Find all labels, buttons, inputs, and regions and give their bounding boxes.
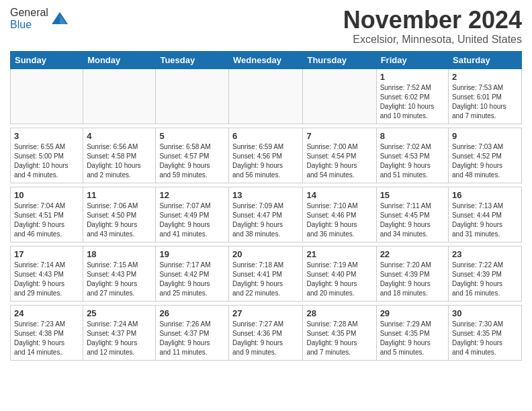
day-info: Sunrise: 6:56 AMSunset: 4:58 PMDaylight:… xyxy=(87,142,152,180)
day-info: Sunrise: 6:55 AMSunset: 5:00 PMDaylight:… xyxy=(14,142,79,180)
calendar-cell xyxy=(229,68,303,124)
calendar-cell: 21Sunrise: 7:19 AMSunset: 4:40 PMDayligh… xyxy=(303,246,376,301)
calendar-cell: 2Sunrise: 7:53 AMSunset: 6:01 PMDaylight… xyxy=(449,68,522,124)
header-friday: Friday xyxy=(376,51,448,68)
svg-marker-1 xyxy=(60,15,66,24)
day-info: Sunrise: 7:11 AMSunset: 4:45 PMDaylight:… xyxy=(380,201,445,239)
day-number: 25 xyxy=(87,308,152,318)
day-number: 26 xyxy=(159,308,225,318)
day-info: Sunrise: 7:10 AMSunset: 4:46 PMDaylight:… xyxy=(306,201,372,239)
header-wednesday: Wednesday xyxy=(229,51,303,68)
day-number: 7 xyxy=(306,131,372,141)
calendar-week-row: 1Sunrise: 7:52 AMSunset: 6:02 PMDaylight… xyxy=(11,68,522,124)
header: General Blue November 2024 Excelsior, Mi… xyxy=(10,7,522,46)
calendar-cell: 4Sunrise: 6:56 AMSunset: 4:58 PMDaylight… xyxy=(83,128,156,183)
calendar-cell: 27Sunrise: 7:27 AMSunset: 4:36 PMDayligh… xyxy=(229,305,303,360)
day-info: Sunrise: 7:53 AMSunset: 6:01 PMDaylight:… xyxy=(452,83,518,121)
calendar-cell xyxy=(83,68,156,124)
calendar-cell: 22Sunrise: 7:20 AMSunset: 4:39 PMDayligh… xyxy=(376,246,448,301)
calendar-week-row: 3Sunrise: 6:55 AMSunset: 5:00 PMDaylight… xyxy=(11,128,522,183)
header-sunday: Sunday xyxy=(11,51,83,68)
logo: General Blue xyxy=(10,7,69,30)
calendar-cell xyxy=(303,68,376,124)
day-info: Sunrise: 7:02 AMSunset: 4:53 PMDaylight:… xyxy=(380,142,445,180)
day-number: 24 xyxy=(14,308,79,318)
calendar-week-row: 24Sunrise: 7:23 AMSunset: 4:38 PMDayligh… xyxy=(11,305,522,360)
calendar-cell: 19Sunrise: 7:17 AMSunset: 4:42 PMDayligh… xyxy=(156,246,229,301)
day-number: 18 xyxy=(87,249,152,259)
day-number: 23 xyxy=(452,249,518,259)
day-number: 28 xyxy=(306,308,372,318)
day-number: 11 xyxy=(87,190,152,200)
day-number: 4 xyxy=(87,131,152,141)
calendar-cell: 25Sunrise: 7:24 AMSunset: 4:37 PMDayligh… xyxy=(83,305,156,360)
day-info: Sunrise: 7:27 AMSunset: 4:36 PMDaylight:… xyxy=(232,320,299,357)
day-info: Sunrise: 7:22 AMSunset: 4:39 PMDaylight:… xyxy=(452,261,518,298)
day-number: 3 xyxy=(14,131,79,141)
calendar-cell: 15Sunrise: 7:11 AMSunset: 4:45 PMDayligh… xyxy=(376,187,448,242)
day-info: Sunrise: 7:26 AMSunset: 4:37 PMDaylight:… xyxy=(159,320,225,357)
calendar-cell xyxy=(156,68,229,124)
calendar-table: Sunday Monday Tuesday Wednesday Thursday… xyxy=(10,51,522,361)
calendar-cell: 13Sunrise: 7:09 AMSunset: 4:47 PMDayligh… xyxy=(229,187,303,242)
day-number: 16 xyxy=(452,190,518,200)
day-number: 19 xyxy=(159,249,225,259)
calendar-cell: 18Sunrise: 7:15 AMSunset: 4:43 PMDayligh… xyxy=(83,246,156,301)
calendar-cell: 20Sunrise: 7:18 AMSunset: 4:41 PMDayligh… xyxy=(229,246,303,301)
calendar-cell: 11Sunrise: 7:06 AMSunset: 4:50 PMDayligh… xyxy=(83,187,156,242)
day-number: 27 xyxy=(232,308,299,318)
day-info: Sunrise: 7:04 AMSunset: 4:51 PMDaylight:… xyxy=(14,201,79,239)
calendar-cell: 26Sunrise: 7:26 AMSunset: 4:37 PMDayligh… xyxy=(156,305,229,360)
calendar-cell: 8Sunrise: 7:02 AMSunset: 4:53 PMDaylight… xyxy=(376,128,448,183)
calendar-cell: 12Sunrise: 7:07 AMSunset: 4:49 PMDayligh… xyxy=(156,187,229,242)
day-info: Sunrise: 7:23 AMSunset: 4:38 PMDaylight:… xyxy=(14,320,79,357)
calendar-cell: 1Sunrise: 7:52 AMSunset: 6:02 PMDaylight… xyxy=(376,68,448,124)
calendar-cell: 30Sunrise: 7:30 AMSunset: 4:35 PMDayligh… xyxy=(449,305,522,360)
day-info: Sunrise: 7:30 AMSunset: 4:35 PMDaylight:… xyxy=(452,320,518,357)
day-info: Sunrise: 7:17 AMSunset: 4:42 PMDaylight:… xyxy=(159,261,225,298)
day-number: 15 xyxy=(380,190,445,200)
day-info: Sunrise: 7:07 AMSunset: 4:49 PMDaylight:… xyxy=(159,201,225,239)
day-number: 14 xyxy=(306,190,372,200)
header-thursday: Thursday xyxy=(303,51,376,68)
day-info: Sunrise: 6:58 AMSunset: 4:57 PMDaylight:… xyxy=(159,142,225,180)
day-info: Sunrise: 6:59 AMSunset: 4:56 PMDaylight:… xyxy=(232,142,299,180)
calendar-cell: 29Sunrise: 7:29 AMSunset: 4:35 PMDayligh… xyxy=(376,305,448,360)
logo-blue-text: Blue xyxy=(10,19,32,30)
day-info: Sunrise: 7:19 AMSunset: 4:40 PMDaylight:… xyxy=(306,261,372,298)
title-block: November 2024 Excelsior, Minnesota, Unit… xyxy=(343,7,522,46)
day-number: 10 xyxy=(14,190,79,200)
calendar-cell: 5Sunrise: 6:58 AMSunset: 4:57 PMDaylight… xyxy=(156,128,229,183)
day-number: 13 xyxy=(232,190,299,200)
day-info: Sunrise: 7:06 AMSunset: 4:50 PMDaylight:… xyxy=(87,201,152,239)
calendar-cell xyxy=(11,68,83,124)
header-tuesday: Tuesday xyxy=(156,51,229,68)
day-info: Sunrise: 7:18 AMSunset: 4:41 PMDaylight:… xyxy=(232,261,299,298)
day-number: 20 xyxy=(232,249,299,259)
calendar-cell: 3Sunrise: 6:55 AMSunset: 5:00 PMDaylight… xyxy=(11,128,83,183)
page: General Blue November 2024 Excelsior, Mi… xyxy=(0,0,532,367)
day-info: Sunrise: 7:20 AMSunset: 4:39 PMDaylight:… xyxy=(380,261,445,298)
month-title: November 2024 xyxy=(343,7,522,34)
calendar-header-row: Sunday Monday Tuesday Wednesday Thursday… xyxy=(11,51,522,68)
day-number: 29 xyxy=(380,308,445,318)
logo-icon xyxy=(50,9,69,28)
calendar-cell: 24Sunrise: 7:23 AMSunset: 4:38 PMDayligh… xyxy=(11,305,83,360)
day-number: 30 xyxy=(452,308,518,318)
day-number: 6 xyxy=(232,131,299,141)
calendar-cell: 17Sunrise: 7:14 AMSunset: 4:43 PMDayligh… xyxy=(11,246,83,301)
day-number: 8 xyxy=(380,131,445,141)
day-number: 1 xyxy=(380,72,445,82)
day-info: Sunrise: 7:09 AMSunset: 4:47 PMDaylight:… xyxy=(232,201,299,239)
calendar-cell: 7Sunrise: 7:00 AMSunset: 4:54 PMDaylight… xyxy=(303,128,376,183)
calendar-cell: 14Sunrise: 7:10 AMSunset: 4:46 PMDayligh… xyxy=(303,187,376,242)
day-info: Sunrise: 7:03 AMSunset: 4:52 PMDaylight:… xyxy=(452,142,518,180)
calendar-cell: 23Sunrise: 7:22 AMSunset: 4:39 PMDayligh… xyxy=(449,246,522,301)
day-number: 5 xyxy=(159,131,225,141)
day-info: Sunrise: 7:52 AMSunset: 6:02 PMDaylight:… xyxy=(380,83,445,121)
day-number: 2 xyxy=(452,72,518,82)
day-info: Sunrise: 7:14 AMSunset: 4:43 PMDaylight:… xyxy=(14,261,79,298)
logo-general-text: General xyxy=(10,7,48,18)
day-number: 9 xyxy=(452,131,518,141)
location-title: Excelsior, Minnesota, United States xyxy=(343,34,522,46)
